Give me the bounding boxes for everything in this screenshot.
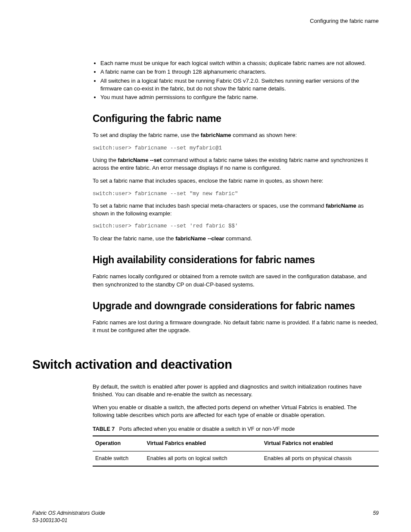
text: To set and display the fabric name, use … [93,132,201,138]
text: To set a fabric name that includes bash … [93,202,326,209]
list-item: A fabric name can be from 1 through 128 … [100,68,379,76]
main-content-2: By default, the switch is enabled after … [93,383,379,467]
paragraph: Using the fabricName --set command witho… [93,156,379,172]
column-header: Virtual Fabrics not enabled [262,436,379,451]
column-header: Virtual Fabrics enabled [144,436,262,451]
list-item: You must have admin permissions to confi… [100,93,379,101]
footer-title: Fabric OS Administrators Guide [32,510,105,517]
page-number: 59 [373,510,379,524]
paragraph: Fabric names are lost during a firmware … [93,319,379,334]
page-footer: Fabric OS Administrators Guide 53-100313… [32,510,379,524]
paragraph: To clear the fabric name, use the fabric… [93,235,379,243]
text: Using the [93,157,118,163]
section-heading: Configuring the fabric name [93,112,379,125]
table-caption: TABLE 7 Ports affected when you enable o… [93,426,379,433]
list-item: Each name must be unique for each logica… [100,59,379,67]
command-name: fabricName [201,132,231,138]
ports-table: Operation Virtual Fabrics enabled Virtua… [93,436,379,467]
paragraph: Fabric names locally configured or obtai… [93,273,379,288]
paragraph: To set a fabric name that includes space… [93,177,379,185]
code-block: switch:user> fabricname --set 'red fabri… [93,223,379,230]
section-heading: Switch activation and deactivation [32,356,379,373]
section-heading: Upgrade and downgrade considerations for… [93,299,379,313]
column-header: Operation [93,436,144,451]
table-caption-text: Ports affected when you enable or disabl… [119,426,295,432]
paragraph: To set and display the fabric name, use … [93,131,379,139]
text: To clear the fabric name, use the [93,235,175,242]
section-heading: High availability considerations for fab… [93,253,379,267]
code-block: switch:user> fabricname --set myfabric@1 [93,145,379,152]
command-name: fabricName [326,202,356,209]
running-header: Configuring the fabric name [32,17,379,25]
table-cell: Enables all ports on physical chassis [262,451,379,466]
table-cell: Enables all ports on logical switch [144,451,262,466]
footer-docnum: 53-1003130-01 [32,517,105,524]
code-block: switch:user> fabricname --set "my new fa… [93,190,379,198]
table-header-row: Operation Virtual Fabrics enabled Virtua… [93,436,379,451]
intro-bullets: Each name must be unique for each logica… [93,59,379,101]
table-label: TABLE 7 [93,426,115,432]
command-name: fabricName --set [118,157,162,163]
text: command. [224,235,252,242]
table-cell: Enable switch [93,451,144,466]
text: command as shown here: [231,132,297,138]
paragraph: When you enable or disable a switch, the… [93,404,379,419]
paragraph: By default, the switch is enabled after … [93,383,379,398]
table-row: Enable switch Enables all ports on logic… [93,451,379,466]
paragraph: To set a fabric name that includes bash … [93,202,379,218]
command-name: fabricName --clear [175,235,224,242]
main-content: Each name must be unique for each logica… [93,59,379,334]
list-item: All switches in a logical fabric must be… [100,77,379,93]
